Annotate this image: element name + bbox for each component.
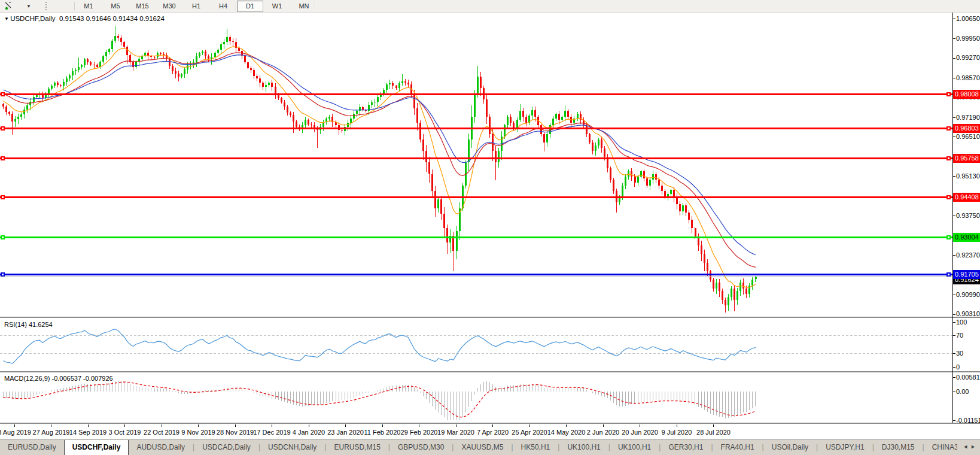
- tab-scroll-arrows: ◄►: [959, 444, 978, 450]
- horizontal-price-line[interactable]: [0, 156, 952, 160]
- tab-scroll-right-icon[interactable]: ►: [970, 444, 978, 450]
- x-axis-label: 8 Aug 2019: [0, 429, 31, 436]
- y-axis-label: 0.90310: [956, 310, 980, 317]
- x-axis-label: 29 Feb 2020: [401, 429, 438, 436]
- rsi-indicator-label: RSI(14) 41.6254: [4, 321, 53, 328]
- x-axis-label: 17 Dec 2019: [253, 429, 290, 436]
- chart-symbol-dropdown-icon[interactable]: ▼: [4, 16, 10, 22]
- rsi-axis-label: 100: [956, 318, 980, 326]
- trading-app-window: ▼ M1M5M15M30H1H4D1W1MN ▼ USDCHF,Daily 0.…: [0, 0, 980, 455]
- y-axis-label: 0.92370: [956, 251, 980, 259]
- chart-tab-USDCNH-Daily[interactable]: USDCNH,Daily: [260, 440, 324, 455]
- rsi-axis-label: 30: [956, 350, 980, 357]
- chart-tab-USDJPY-H1[interactable]: USDJPY,H1: [818, 440, 872, 455]
- chart-tab-AUDUSD-Daily[interactable]: AUDUSD,Daily: [129, 440, 193, 455]
- timeframe-button-MN[interactable]: MN: [291, 1, 317, 12]
- timeframe-button-W1[interactable]: W1: [264, 1, 290, 12]
- rsi-axis-label: 70: [956, 332, 980, 339]
- x-axis-label: 11 Feb 2020: [364, 429, 401, 436]
- chart-tab-USDCHF-Daily[interactable]: USDCHF,Daily: [64, 440, 129, 455]
- timeframe-button-M1[interactable]: M1: [75, 1, 102, 12]
- macd-indicator-label: MACD(12,26,9) -0.006537 -0.007926: [4, 375, 113, 382]
- timeframe-button-H4[interactable]: H4: [210, 1, 236, 12]
- x-axis-label: 14 Sep 2019: [69, 429, 106, 436]
- price-line-badge: 0.96803: [953, 124, 980, 133]
- x-axis-label: 9 Jul 2020: [662, 429, 692, 436]
- chart-tab-GER30-H1[interactable]: GER30,H1: [661, 440, 711, 455]
- chart-tab-USOil-Daily[interactable]: USOil,Daily: [764, 440, 816, 455]
- horizontal-price-line[interactable]: [0, 195, 952, 199]
- macd-histogram: [4, 381, 756, 420]
- x-axis-label: 28 Nov 2019: [217, 429, 254, 436]
- price-line-badge: 0.95758: [953, 154, 980, 163]
- x-axis-label: 7 Apr 2020: [477, 429, 509, 436]
- price-line-badge: 0.91705: [953, 270, 980, 279]
- x-axis-label: 27 Aug 2019: [33, 429, 70, 436]
- y-axis-label: 0.95130: [956, 172, 980, 180]
- x-axis-label: 9 Nov 2019: [181, 429, 215, 436]
- ma-slow-line: [4, 55, 756, 255]
- toolbar-separator: [236, 2, 237, 10]
- macd-axis-label: 0.005818: [956, 374, 980, 381]
- y-axis-label: 0.99270: [956, 54, 980, 61]
- chart-tab-UK100-H1[interactable]: UK100,H1: [610, 440, 659, 455]
- horizontal-price-line[interactable]: [0, 235, 952, 239]
- chart-title-ohlc: 0.91543 0.91646 0.91434 0.91624: [59, 15, 165, 22]
- chart-canvas[interactable]: [0, 0, 980, 455]
- panel-borders: [0, 13, 980, 424]
- y-axis-label: 0.98570: [956, 74, 980, 81]
- y-axis-label: 0.93750: [956, 212, 980, 219]
- pointer-tool-dropdown-icon[interactable]: ▼: [26, 4, 31, 9]
- x-axis-label: 14 May 2020: [547, 429, 586, 436]
- chart-tab-DJ30-M15[interactable]: DJ30,M15: [874, 440, 923, 455]
- chart-tab-EURUSD-Daily[interactable]: EURUSD,Daily: [0, 440, 64, 455]
- timeframe-button-M15[interactable]: M15: [129, 1, 156, 12]
- horizontal-price-line[interactable]: [0, 92, 952, 96]
- y-axis-label: 0.97190: [956, 114, 980, 121]
- chart-title-symbol: USDCHF,Daily: [10, 15, 55, 22]
- price-line-badge: 0.94408: [953, 193, 980, 202]
- y-axis-label: 0.99950: [956, 35, 980, 42]
- x-axis-label: 23 Jan 2020: [327, 429, 364, 436]
- rsi-line: [4, 329, 756, 364]
- chart-title: ▼ USDCHF,Daily 0.91543 0.91646 0.91434 0…: [4, 15, 165, 22]
- ma-medium-line: [4, 53, 756, 267]
- chart-tab-CHINA300-H4[interactable]: CHINA300,H4: [924, 440, 957, 455]
- x-axis-label: 3 Oct 2019: [109, 429, 141, 436]
- timeframe-button-M5[interactable]: M5: [102, 1, 129, 12]
- x-axis-label: 4 Jan 2020: [293, 429, 325, 436]
- axis-ticks: [14, 19, 955, 427]
- x-axis-label: 22 Oct 2019: [144, 429, 179, 436]
- horizontal-price-line[interactable]: [0, 272, 952, 277]
- chart-tab-HK50-H1[interactable]: HK50,H1: [513, 440, 558, 455]
- x-axis-label: 20 Jun 2020: [622, 429, 658, 436]
- horizontal-price-line[interactable]: [0, 126, 952, 131]
- chart-tab-UK100-H1[interactable]: UK100,H1: [559, 440, 608, 455]
- y-axis-label: 1.00650: [956, 15, 980, 22]
- timeframe-button-D1[interactable]: D1: [237, 1, 263, 12]
- chart-tab-EURUSD-M15[interactable]: EURUSD,M15: [326, 440, 388, 455]
- chart-tab-GBPUSD-M30[interactable]: GBPUSD,M30: [390, 440, 452, 455]
- ma-fast-line: [4, 47, 756, 288]
- y-axis-label: 0.90990: [956, 291, 980, 298]
- candlesticks: [2, 26, 757, 313]
- timeframe-button-H1[interactable]: H1: [183, 1, 209, 12]
- price-line-badge: 0.93004: [953, 233, 980, 242]
- toolbar-grip[interactable]: [45, 2, 47, 10]
- x-axis-label: 19 Mar 2020: [437, 429, 474, 436]
- chart-tab-USDCAD-Daily[interactable]: USDCAD,Daily: [194, 440, 258, 455]
- chart-tab-bar: EURUSD,DailyUSDCHF,DailyAUDUSD,Daily|USD…: [0, 439, 980, 455]
- chart-tab-XAUUSD-M5[interactable]: XAUUSD,M5: [454, 440, 511, 455]
- toolbar-separator: [315, 2, 316, 10]
- timeframe-toolbar: ▼ M1M5M15M30H1H4D1W1MN: [0, 0, 980, 13]
- macd-signal-line: [4, 382, 756, 417]
- rsi-axis-label: 0: [956, 363, 980, 371]
- y-axis-label: 0.96510: [956, 133, 980, 140]
- tab-scroll-left-icon[interactable]: ◄: [963, 444, 970, 450]
- timeframe-button-M30[interactable]: M30: [156, 1, 182, 12]
- x-axis-label: 28 Jul 2020: [696, 429, 731, 436]
- x-axis-label: 25 Apr 2020: [512, 429, 547, 436]
- macd-axis-label: -0.011514: [956, 417, 980, 424]
- price-line-badge: 0.98008: [953, 90, 980, 99]
- chart-tab-FRA40-H1[interactable]: FRA40,H1: [713, 440, 762, 455]
